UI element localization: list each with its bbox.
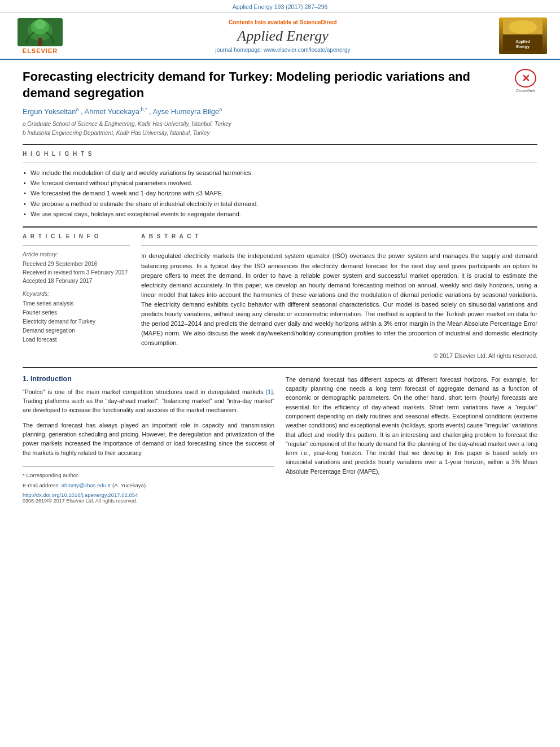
- affiliation-b: b Industrial Engineering Department, Kad…: [23, 129, 537, 137]
- author1-name: Ergun Yukseltan: [23, 108, 76, 116]
- svg-point-4: [34, 19, 46, 29]
- email-prefix: E-mail address:: [23, 482, 62, 488]
- accepted-date: Accepted 18 February 2017: [23, 277, 130, 285]
- sciencedirect-line: Contents lists available at ScienceDirec…: [77, 19, 489, 25]
- article-title-section: Forecasting electricity demand for Turke…: [23, 69, 537, 101]
- homepage-url[interactable]: www.elsevier.com/locate/apenergy: [264, 47, 350, 53]
- crossmark-label: CrossMark: [516, 89, 535, 93]
- keyword-3: Electricity demand for Turkey: [23, 317, 130, 326]
- article-info-section: A R T I C L E I N F O Article history: R…: [23, 233, 130, 359]
- elsevier-logo-section: ELSEVIER: [9, 18, 71, 54]
- issn-line: 0306-2619/© 2017 Elsevier Ltd. All right…: [23, 498, 274, 504]
- author1-sup: a: [76, 107, 78, 112]
- article-info-abstract-row: A R T I C L E I N F O Article history: R…: [23, 233, 537, 359]
- sciencedirect-link[interactable]: ScienceDirect: [300, 19, 337, 25]
- abstract-text: In deregulated electricity markets the i…: [141, 251, 537, 347]
- received-date: Received 29 September 2016: [23, 260, 130, 268]
- body-col-right: The demand forecast has different aspect…: [286, 375, 537, 504]
- article-info-divider: [23, 245, 130, 246]
- intro-para1: "Poolco" is one of the main market compe…: [23, 387, 274, 415]
- highlights-label: H I G H L I G H T S: [23, 151, 537, 157]
- doi-text: http://dx.doi.org/10.1016/j.apenergy.201…: [23, 492, 138, 498]
- journal-homepage: journal homepage: www.elsevier.com/locat…: [77, 47, 489, 53]
- abstract-divider: [141, 245, 537, 246]
- abstract-copyright: © 2017 Elsevier Ltd. All rights reserved…: [141, 352, 537, 359]
- article-history-label: Article history:: [23, 251, 130, 257]
- abstract-section: A B S T R A C T In deregulated electrici…: [141, 233, 537, 359]
- mean-text: Mean: [523, 458, 537, 465]
- journal-title: Applied Energy: [77, 28, 489, 45]
- homepage-prefix: journal homepage:: [215, 47, 264, 53]
- author3-sup: a: [219, 107, 222, 112]
- journal-citation-text: Applied Energy 193 (2017) 287–296: [233, 3, 328, 10]
- elsevier-tree-svg: [18, 18, 63, 46]
- intro-para2: The demand forecast has always played an…: [23, 421, 274, 457]
- footer-section: * Corresponding author. E-mail address: …: [23, 466, 274, 504]
- highlight-item-5: We use special days, holidays and except…: [23, 210, 537, 219]
- email-link[interactable]: ahmety@khas.edu.tr: [62, 482, 111, 488]
- divider-after-affiliations: [23, 144, 537, 145]
- journal-header-center: Contents lists available at ScienceDirec…: [77, 19, 489, 53]
- svg-rect-1: [38, 38, 42, 46]
- keyword-4: Demand segregation: [23, 326, 130, 335]
- main-content: Forecasting electricity demand for Turke…: [0, 60, 560, 515]
- journal-header: ELSEVIER Contents lists available at Sci…: [0, 13, 560, 60]
- within-text: within: [488, 458, 503, 465]
- crossmark-badge[interactable]: ✕ CrossMark: [514, 69, 537, 93]
- corresponding-author-note: * Corresponding author.: [23, 472, 79, 478]
- intro-heading: 1. Introduction: [23, 375, 274, 383]
- elsevier-label: ELSEVIER: [23, 47, 58, 54]
- affiliation-a: a Graduate School of Science & Engineeri…: [23, 120, 537, 128]
- svg-text:Applied: Applied: [515, 40, 530, 44]
- divider-after-abstract: [23, 367, 537, 368]
- svg-point-8: [509, 20, 537, 34]
- highlights-list: We include the modulation of daily and w…: [23, 169, 537, 219]
- page: Applied Energy 193 (2017) 287–296: [0, 0, 560, 747]
- elsevier-logo: ELSEVIER: [18, 18, 63, 54]
- authors-line: Ergun Yukseltana , Ahmet Yucekaya,b,* , …: [23, 107, 537, 116]
- sciencedirect-prefix: Contents lists available at: [229, 19, 300, 25]
- abstract-label: A B S T R A C T: [141, 233, 537, 239]
- article-info-label: A R T I C L E I N F O: [23, 233, 130, 239]
- author2-name: , Ahmet Yucekaya: [81, 108, 139, 116]
- received-revised-date: Received in revised form 3 February 2017: [23, 268, 130, 277]
- doi-line[interactable]: http://dx.doi.org/10.1016/j.apenergy.201…: [23, 492, 274, 498]
- badge-title: Applied Energy: [503, 19, 542, 53]
- svg-text:Energy: Energy: [516, 45, 530, 49]
- journal-badge-section: Applied Energy: [495, 18, 551, 54]
- elsevier-tree-image: [18, 18, 63, 46]
- badge-image: Applied Energy: [503, 19, 542, 51]
- journal-citation-bar: Applied Energy 193 (2017) 287–296: [0, 0, 560, 13]
- footnote-email: E-mail address: ahmety@khas.edu.tr (A. Y…: [23, 482, 274, 490]
- body-col-left: 1. Introduction "Poolco" is one of the m…: [23, 375, 274, 504]
- body-columns: 1. Introduction "Poolco" is one of the m…: [23, 375, 537, 504]
- applied-energy-badge: Applied Energy: [499, 18, 547, 54]
- keyword-1: Time series analysis: [23, 299, 130, 308]
- right-para1: The demand forecast has different aspect…: [286, 375, 537, 476]
- email-suffix: (A. Yucekaya).: [111, 482, 147, 488]
- highlight-item-2: We forecast demand without physical para…: [23, 179, 537, 187]
- keyword-5: Load forecast: [23, 335, 130, 344]
- highlight-item-3: We forecasted the demand 1-week and 1-da…: [23, 189, 537, 198]
- highlights-divider: [23, 163, 537, 163]
- issn-text: 0306-2619/© 2017 Elsevier Ltd. All right…: [23, 498, 137, 504]
- highlights-section: H I G H L I G H T S We include the modul…: [23, 151, 537, 219]
- affiliations: a Graduate School of Science & Engineeri…: [23, 120, 537, 137]
- footnote-star: * Corresponding author.: [23, 471, 274, 479]
- keywords-label: Keywords:: [23, 291, 130, 297]
- author3-name: , Ayse Humeyra Bilge: [149, 108, 219, 116]
- ref-1[interactable]: [1]: [266, 388, 273, 395]
- article-title: Forecasting electricity demand for Turke…: [23, 69, 537, 101]
- highlight-item-4: We propose a method to estimate the shar…: [23, 200, 537, 208]
- author2-sup: ,b,*: [139, 107, 147, 112]
- highlight-item-1: We include the modulation of daily and w…: [23, 169, 537, 177]
- keyword-2: Fourier series: [23, 308, 130, 317]
- divider-after-highlights: [23, 226, 537, 228]
- crossmark-icon: ✕: [515, 69, 536, 88]
